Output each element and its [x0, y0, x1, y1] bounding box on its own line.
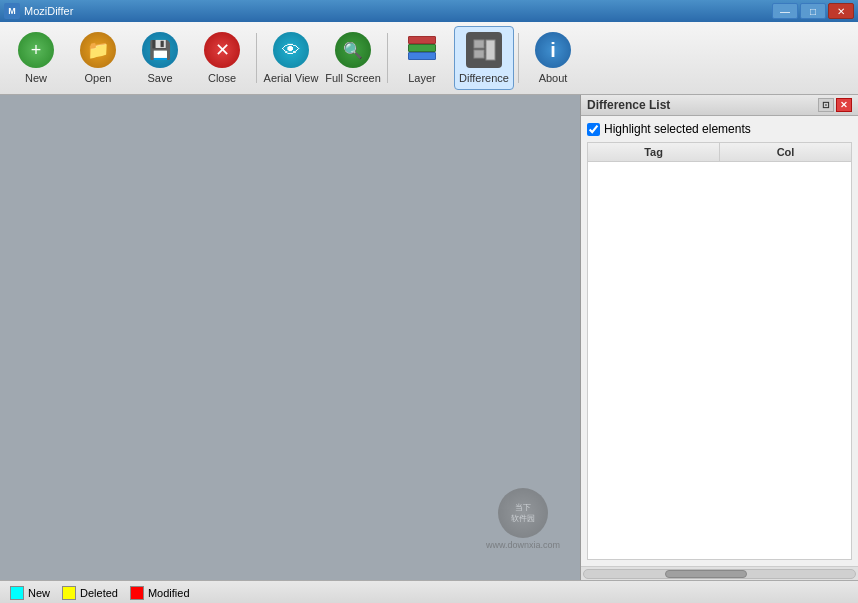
panel-restore-button[interactable]: ⊡ — [818, 98, 834, 112]
aerial-view-button[interactable]: 👁 Aerial View — [261, 26, 321, 90]
legend-deleted: Deleted — [62, 586, 118, 600]
aerial-view-icon: 👁 — [273, 32, 309, 68]
about-label: About — [539, 72, 568, 84]
panel-controls: ⊡ ✕ — [818, 98, 852, 112]
save-icon: 💾 — [142, 32, 178, 68]
toolbar: + New 📁 Open 💾 Save ✕ Close 👁 Aerial Vie… — [0, 22, 858, 95]
panel-horizontal-scrollbar[interactable] — [581, 566, 858, 580]
panel-title: Difference List — [587, 98, 818, 112]
svg-rect-2 — [486, 40, 495, 60]
save-label: Save — [147, 72, 172, 84]
difference-icon — [466, 32, 502, 68]
new-icon: + — [18, 32, 54, 68]
watermark-logo: 当下软件园 — [498, 488, 548, 538]
svg-rect-0 — [474, 40, 484, 48]
panel-scrollbar-thumb[interactable] — [665, 570, 746, 578]
table-body[interactable] — [588, 162, 851, 556]
maximize-button[interactable]: □ — [800, 3, 826, 19]
toolbar-separator-2 — [387, 33, 388, 83]
layer-icon — [404, 32, 440, 68]
toolbar-separator-1 — [256, 33, 257, 83]
deleted-legend-label: Deleted — [80, 587, 118, 599]
panel-title-bar: Difference List ⊡ ✕ — [581, 95, 858, 116]
toolbar-separator-3 — [518, 33, 519, 83]
open-button[interactable]: 📁 Open — [68, 26, 128, 90]
layer-label: Layer — [408, 72, 436, 84]
open-icon: 📁 — [80, 32, 116, 68]
full-screen-button[interactable]: 🔍 Full Screen — [323, 26, 383, 90]
svg-rect-1 — [474, 50, 484, 58]
canvas-area[interactable]: 当下软件园 www.downxia.com — [0, 95, 580, 580]
full-screen-icon: 🔍 — [335, 32, 371, 68]
difference-table: Tag Col — [587, 142, 852, 560]
panel-scrollbar-track[interactable] — [583, 569, 856, 579]
new-color-swatch — [10, 586, 24, 600]
watermark-site: www.downxia.com — [486, 540, 560, 550]
highlight-label: Highlight selected elements — [604, 122, 751, 136]
save-button[interactable]: 💾 Save — [130, 26, 190, 90]
table-header: Tag Col — [588, 143, 851, 162]
close-doc-button[interactable]: ✕ Close — [192, 26, 252, 90]
col-tag: Tag — [588, 143, 720, 161]
panel-close-button[interactable]: ✕ — [836, 98, 852, 112]
window-title: MoziDiffer — [24, 5, 772, 17]
highlight-checkbox[interactable] — [587, 123, 600, 136]
title-bar: M MoziDiffer — □ ✕ — [0, 0, 858, 22]
legend-modified: Modified — [130, 586, 190, 600]
new-legend-label: New — [28, 587, 50, 599]
difference-button[interactable]: Difference — [454, 26, 514, 90]
legend-new: New — [10, 586, 50, 600]
minimize-button[interactable]: — — [772, 3, 798, 19]
about-button[interactable]: i About — [523, 26, 583, 90]
close-label: Close — [208, 72, 236, 84]
window-controls: — □ ✕ — [772, 3, 854, 19]
app-icon: M — [4, 3, 20, 19]
difference-label: Difference — [459, 72, 509, 84]
main-area: 当下软件园 www.downxia.com Difference List ⊡ … — [0, 95, 858, 580]
watermark: 当下软件园 www.downxia.com — [486, 488, 560, 550]
panel-content: Highlight selected elements Tag Col — [581, 116, 858, 566]
modified-legend-label: Modified — [148, 587, 190, 599]
open-label: Open — [85, 72, 112, 84]
close-window-button[interactable]: ✕ — [828, 3, 854, 19]
full-screen-label: Full Screen — [325, 72, 381, 84]
close-icon: ✕ — [204, 32, 240, 68]
difference-list-panel: Difference List ⊡ ✕ Highlight selected e… — [580, 95, 858, 580]
deleted-color-swatch — [62, 586, 76, 600]
modified-color-swatch — [130, 586, 144, 600]
new-button[interactable]: + New — [6, 26, 66, 90]
about-icon: i — [535, 32, 571, 68]
layer-button[interactable]: Layer — [392, 26, 452, 90]
col-col: Col — [720, 143, 851, 161]
highlight-row: Highlight selected elements — [587, 122, 852, 136]
aerial-view-label: Aerial View — [264, 72, 319, 84]
status-bar: New Deleted Modified — [0, 580, 858, 603]
new-label: New — [25, 72, 47, 84]
